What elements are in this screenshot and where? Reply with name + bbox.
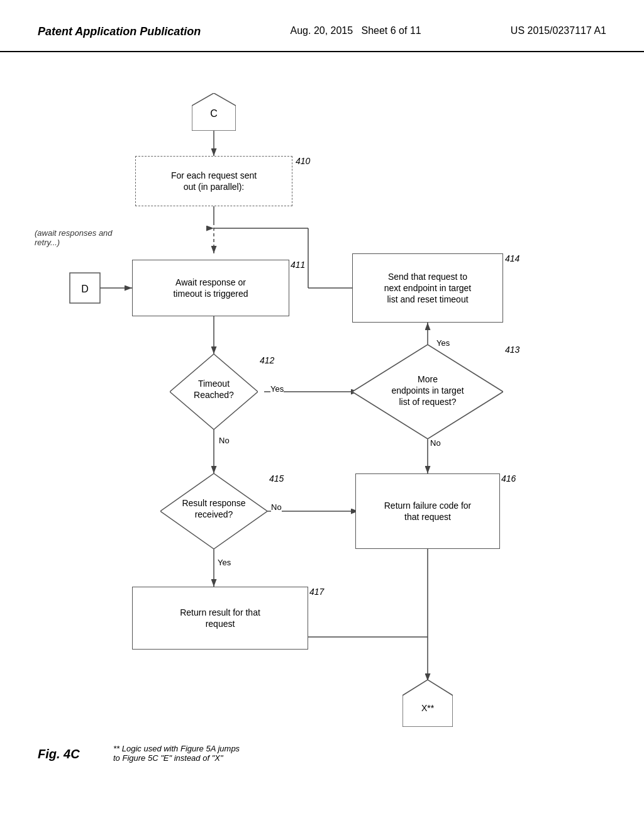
box-410: For each request sent out (in parallel):: [135, 156, 292, 206]
step-417: 417: [309, 587, 324, 597]
box-411: Await response or timeout is triggered: [132, 260, 289, 316]
connector-c: C: [192, 93, 236, 131]
svg-text:received?: received?: [195, 509, 233, 519]
yes-label-415: Yes: [218, 558, 231, 567]
fig-note: ** Logic used with Figure 5A jumps to Fi…: [113, 744, 240, 763]
box-414: Send that request to next endpoint in ta…: [352, 253, 503, 323]
diamond-413: More endpoints in target list of request…: [352, 345, 503, 439]
box-417: Return result for that request: [132, 587, 308, 650]
svg-text:More: More: [418, 374, 438, 384]
step-415: 415: [269, 473, 284, 484]
arrows-svg: [0, 58, 644, 782]
header-left: Patent Application Publication: [38, 25, 201, 38]
box-416: Return failure code for that request: [355, 473, 500, 549]
step-414: 414: [505, 253, 519, 263]
svg-text:Timeout: Timeout: [198, 379, 230, 389]
svg-text:list of request?: list of request?: [399, 397, 456, 407]
svg-text:D: D: [81, 284, 89, 294]
header-right: US 2015/0237117 A1: [511, 25, 606, 36]
svg-text:C: C: [210, 108, 218, 119]
svg-text:Result response: Result response: [182, 498, 245, 508]
connector-d: D: [69, 272, 101, 304]
diamond-412: Timeout Reached?: [170, 354, 258, 429]
step-410: 410: [296, 156, 310, 166]
svg-text:X**: X**: [421, 703, 435, 713]
connector-x: X**: [402, 680, 453, 727]
step-413: 413: [505, 345, 519, 355]
page: Patent Application Publication Aug. 20, …: [0, 0, 644, 830]
svg-text:endpoints in target: endpoints in target: [391, 385, 464, 396]
yes-label-413: Yes: [436, 338, 450, 348]
figure-caption: Fig. 4C ** Logic used with Figure 5A jum…: [38, 747, 240, 763]
side-label: (await responses and retry...): [35, 228, 126, 247]
page-header: Patent Application Publication Aug. 20, …: [0, 0, 644, 52]
diamond-415: Result response received?: [160, 473, 267, 549]
step-411: 411: [291, 260, 305, 270]
yes-label-412: Yes: [270, 384, 284, 394]
svg-text:Reached?: Reached?: [194, 390, 234, 400]
step-416: 416: [501, 473, 516, 484]
step-412: 412: [260, 355, 274, 365]
no-label-413: No: [430, 438, 441, 448]
no-label-415: No: [271, 502, 282, 512]
no-label-412: No: [219, 436, 230, 445]
header-center: Aug. 20, 2015 Sheet 6 of 11: [291, 25, 421, 36]
flowchart-diagram: C For each request sent out (in parallel…: [0, 58, 644, 782]
